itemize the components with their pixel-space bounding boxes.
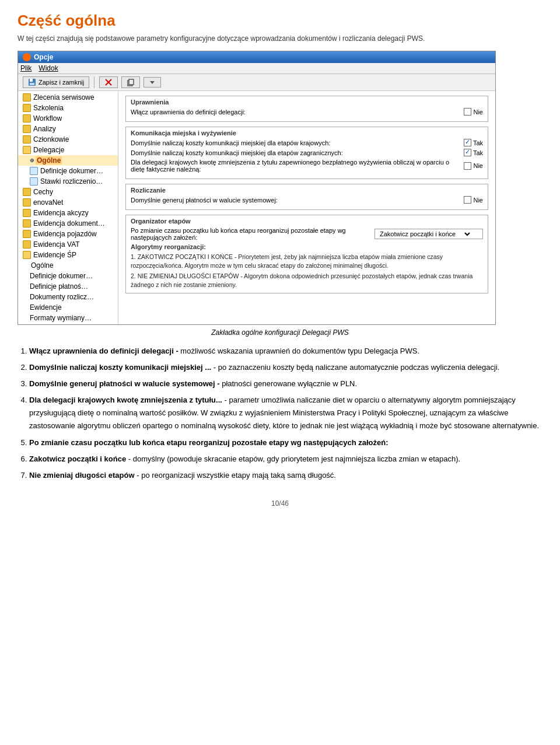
sidebar-item-delegacje[interactable]: Delegacje (18, 145, 118, 155)
list-item: Domyślnie naliczaj koszty komunikacji mi… (29, 361, 542, 374)
folder-icon (23, 114, 31, 123)
organizator-section: Organizator etapów Po zmianie czasu pocz… (125, 215, 488, 293)
main-panel: Uprawnienia Włącz uprawnienia do definic… (118, 91, 495, 324)
sidebar-item-czlonkowie[interactable]: Członkowie (18, 134, 118, 145)
list-item-bold: Po zmianie czasu początku lub końca etap… (29, 438, 388, 447)
toolbar-x-button[interactable] (99, 76, 118, 88)
sidebar-item-workflow[interactable]: Workflow (18, 113, 118, 124)
komunikacja-section: Komunikacja miejska i wyżywienie Domyśln… (125, 127, 488, 179)
uprawnienia-value: Nie (473, 109, 483, 116)
komunikacja-field1-label: Domyślnie naliczaj koszty komunikacji mi… (131, 139, 460, 146)
menubar: Plik Widok (18, 63, 495, 74)
komunikacja-checkbox2-cell: Tak (464, 149, 483, 156)
window-icon (23, 53, 31, 61)
rozliczanie-checkbox1-cell: Nie (464, 196, 483, 204)
list-item-bold: Domyślnie naliczaj koszty komunikacji mi… (29, 363, 211, 372)
sidebar-item-definicje-sp[interactable]: Definicje dokumer… (18, 271, 118, 281)
menu-view[interactable]: Widok (38, 64, 58, 72)
komunikacja-checkbox3[interactable] (464, 162, 471, 170)
list-item-text: płatności generowane wyłącznie w PLN. (220, 379, 358, 388)
folder-open-icon (23, 146, 31, 154)
uprawnienia-field-row: Włącz uprawnienia do definicji delegacji… (131, 108, 483, 116)
list-item-text: - po reorganizacji wszystkie etapy mają … (135, 471, 336, 480)
komunikacja-checkbox2[interactable] (464, 149, 471, 156)
page-title: Część ogólna (18, 12, 542, 30)
list-item: Włącz uprawnienia do definicji delegacji… (29, 345, 542, 358)
folder-icon (23, 125, 31, 133)
page-number: 10/46 (18, 499, 542, 508)
svg-marker-7 (150, 81, 155, 84)
save-icon (28, 78, 36, 86)
list-item-bold: Domyślnie generuj płatności w walucie sy… (29, 379, 220, 388)
komunikacja-field2-label: Domyślnie naliczaj koszty komunikacji mi… (131, 149, 460, 156)
doc-icon (30, 167, 38, 175)
sidebar-item-ewidvat[interactable]: Ewidencja VAT (18, 239, 118, 250)
x-icon (104, 78, 113, 86)
save-close-button[interactable]: Zapisz i zamknij (23, 76, 89, 88)
list-item-text: możliwość wskazania uprawnień do dokumen… (178, 347, 419, 355)
komunikacja-value1: Tak (473, 139, 483, 146)
rozliczanie-section: Rozliczanie Domyślnie generuj płatności … (125, 184, 488, 210)
komunikacja-checkbox1[interactable] (464, 139, 471, 146)
komunikacja-checkbox1-cell: Tak (464, 139, 483, 146)
organizator-dropdown[interactable]: Zakotwicz początki i końce Nie zmieniaj … (374, 229, 483, 239)
list-item-text: - domyślny (powoduje skracanie etapów, g… (126, 454, 460, 463)
svg-rect-2 (30, 83, 34, 85)
sidebar-item-analizy[interactable]: Analizy (18, 124, 118, 134)
uprawnienia-checkbox-cell: Nie (464, 108, 483, 116)
folder-icon (23, 209, 31, 217)
folder-open-icon2 (23, 251, 31, 259)
toolbar-copy-button[interactable] (121, 76, 140, 88)
sidebar-item-cechy[interactable]: Cechy (18, 187, 118, 197)
rozliczanie-value1: Nie (473, 197, 483, 204)
organizator-dropdown-row: Po zmianie czasu początku lub końca etap… (131, 227, 483, 241)
sidebar-item-ewidpojazdow[interactable]: Ewidencja pojazdów (18, 229, 118, 239)
folder-icon (23, 219, 31, 228)
list-item: Domyślnie generuj płatności w walucie sy… (29, 377, 542, 390)
rozliczanie-field1-row: Domyślnie generuj płatności w walucie sy… (131, 196, 483, 204)
sidebar-item-ewidakcyzy[interactable]: Ewidencja akcyzy (18, 208, 118, 218)
toolbar-arrow-button[interactable] (144, 77, 161, 88)
organizator-select[interactable]: Zakotwicz początki i końce Nie zmieniaj … (377, 230, 472, 238)
options-window: Opcje Plik Widok Zapisz i zamknij (18, 51, 496, 325)
komunikacja-value3: Nie (473, 162, 483, 169)
komunikacja-field3-label: Dla delegacji krajowych kwotę zmniejszen… (131, 159, 460, 173)
sidebar-item-enovanet[interactable]: enovaNet (18, 197, 118, 208)
uprawnienia-label: Uprawnienia (131, 99, 483, 106)
uprawnienia-section: Uprawnienia Włącz uprawnienia do definic… (125, 96, 488, 122)
list-item: Po zmianie czasu początku lub końca etap… (29, 436, 542, 449)
list-item-bold: Włącz uprawnienia do definicji delegacji… (29, 347, 178, 355)
copy-icon (127, 78, 135, 86)
algo-text1: 1. ZAKOTWICZ POCZĄTKI I KOŃCE - Prioryte… (131, 253, 483, 270)
window-titlebar: Opcje (18, 51, 495, 63)
list-item-bold: Nie zmieniaj długości etapów (29, 471, 135, 480)
sidebar-item-defplatnosci[interactable]: Definicje płatnoś… (18, 281, 118, 292)
sidebar-item-szkolenia[interactable]: Szkolenia (18, 103, 118, 113)
algo-title: Algorytmy reorganizacji: (131, 243, 483, 250)
menu-file[interactable]: Plik (20, 64, 32, 72)
komunikacja-field1-row: Domyślnie naliczaj koszty komunikacji mi… (131, 139, 483, 146)
folder-icon (23, 104, 31, 112)
sidebar-item-ewiddokument1[interactable]: Ewidencja dokument… (18, 218, 118, 229)
komunikacja-checkbox3-cell: Nie (464, 162, 483, 170)
sidebar-item-ewidencje[interactable]: Ewidencje (18, 302, 118, 313)
uprawnienia-checkbox[interactable] (464, 108, 471, 116)
folder-icon (23, 230, 31, 238)
sidebar-item-formatywymianу[interactable]: Formaty wymianу… (18, 313, 118, 323)
sidebar-item-ogolne-active[interactable]: ⊕ Ogólne (18, 155, 118, 166)
komunikacja-value2: Tak (473, 149, 483, 156)
sidebar-item-zlecenia[interactable]: Zlecenia serwisowe (18, 92, 118, 103)
sidebar-item-ewidencjesp[interactable]: Ewidencje ŚP (18, 250, 118, 260)
doc-icon (30, 177, 38, 186)
sidebar-item-stawki[interactable]: Stawki rozliczeniо… (18, 176, 118, 187)
komunikacja-field3-row: Dla delegacji krajowych kwotę zmniejszen… (131, 159, 483, 173)
sidebar-item-definicje-delegacje[interactable]: Definicje dokumer… (18, 166, 118, 176)
rozliczanie-checkbox1[interactable] (464, 196, 471, 204)
svg-rect-6 (129, 79, 134, 85)
list-item-bold: Zakotwicz początki i końce (29, 454, 126, 463)
list-item: Nie zmieniaj długości etapów - po reorga… (29, 469, 542, 482)
rozliczanie-field1-label: Domyślnie generuj płatności w walucie sy… (131, 197, 460, 204)
sidebar-item-ogolne-sp[interactable]: Ogólne (18, 260, 118, 271)
toolbar-separator (94, 76, 94, 88)
sidebar-item-dokrozlicz[interactable]: Dokumenty rozlicz… (18, 292, 118, 302)
